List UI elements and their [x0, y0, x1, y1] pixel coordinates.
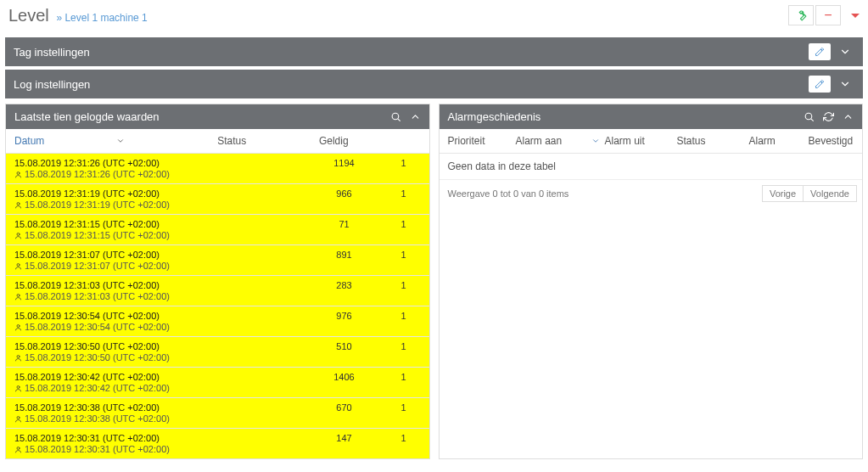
svg-point-12	[805, 113, 812, 120]
cell-datum: 15.08.2019 12:30:38 (UTC +02:00)15.08.20…	[6, 398, 277, 428]
remove-button[interactable]: −	[815, 5, 841, 25]
svg-point-8	[17, 355, 20, 357]
table-row[interactable]: 15.08.2019 12:30:42 (UTC +02:00)15.08.20…	[6, 368, 429, 398]
col-datum[interactable]: Datum	[14, 135, 116, 147]
timestamp-primary: 15.08.2019 12:30:50 (UTC +02:00)	[14, 341, 269, 351]
user-icon	[14, 171, 22, 178]
table-row[interactable]: 15.08.2019 12:30:50 (UTC +02:00)15.08.20…	[6, 337, 429, 368]
user-icon	[14, 262, 22, 270]
log-edit-button[interactable]	[809, 76, 831, 93]
search-icon	[804, 111, 815, 122]
user-icon	[14, 415, 22, 423]
alarm-title: Alarmgeschiedenis	[448, 110, 541, 123]
tag-edit-button[interactable]	[809, 43, 831, 60]
col-alarm[interactable]: Alarm	[749, 135, 809, 147]
tag-settings-bar[interactable]: Tag instellingen	[5, 37, 863, 66]
wrench-icon	[795, 9, 807, 21]
cell-datum: 15.08.2019 12:30:54 (UTC +02:00)15.08.20…	[6, 306, 277, 336]
logged-search-button[interactable]	[390, 111, 401, 122]
page-title: Level » Level 1 machine 1	[8, 6, 148, 25]
dropdown-caret-icon[interactable]	[851, 14, 860, 18]
timestamp-secondary: 15.08.2019 12:31:26 (UTC +02:00)	[14, 169, 269, 179]
logged-values-header: Laatste tien gelogde waarden	[6, 104, 429, 129]
cell-datum: 15.08.2019 12:30:50 (UTC +02:00)15.08.20…	[6, 337, 277, 367]
cell-status: 670	[311, 398, 378, 428]
pager-next-button[interactable]: Volgende	[803, 185, 857, 202]
logged-collapse-button[interactable]	[410, 111, 421, 122]
breadcrumb[interactable]: » Level 1 machine 1	[56, 12, 147, 24]
edit-icon	[815, 79, 825, 89]
timestamp-primary: 15.08.2019 12:30:54 (UTC +02:00)	[14, 311, 269, 321]
timestamp-primary: 15.08.2019 12:31:03 (UTC +02:00)	[14, 280, 269, 290]
cell-geldig: 1	[378, 429, 429, 458]
timestamp-primary: 15.08.2019 12:30:42 (UTC +02:00)	[14, 372, 269, 382]
alarm-footer: Weergave 0 tot 0 van 0 items VorigeVolge…	[440, 180, 863, 207]
table-row[interactable]: 15.08.2019 12:31:07 (UTC +02:00)15.08.20…	[6, 245, 429, 276]
user-icon	[14, 354, 22, 362]
table-row[interactable]: 15.08.2019 12:31:19 (UTC +02:00)15.08.20…	[6, 184, 429, 215]
cell-status: 71	[311, 215, 378, 244]
alarm-search-button[interactable]	[804, 111, 815, 122]
timestamp-secondary: 15.08.2019 12:30:54 (UTC +02:00)	[14, 322, 269, 332]
pager-prev-button[interactable]: Vorige	[762, 185, 804, 202]
col-prioriteit[interactable]: Prioriteit	[448, 135, 516, 147]
tag-collapse-button[interactable]	[836, 43, 854, 60]
cell-datum: 15.08.2019 12:31:19 (UTC +02:00)15.08.20…	[6, 184, 277, 214]
user-icon	[14, 293, 22, 301]
table-row[interactable]: 15.08.2019 12:31:26 (UTC +02:00)15.08.20…	[6, 154, 429, 184]
cell-status: 976	[311, 306, 378, 336]
col-status[interactable]: Status	[217, 135, 319, 147]
table-row[interactable]: 15.08.2019 12:30:31 (UTC +02:00)15.08.20…	[6, 429, 429, 458]
cell-datum: 15.08.2019 12:31:07 (UTC +02:00)15.08.20…	[6, 245, 277, 275]
svg-point-4	[17, 233, 20, 235]
title-text: Level	[8, 6, 49, 25]
col-bevestigd[interactable]: Bevestigd	[809, 135, 854, 147]
timestamp-primary: 15.08.2019 12:30:31 (UTC +02:00)	[14, 433, 269, 443]
sort-desc-icon	[591, 137, 600, 145]
table-row[interactable]: 15.08.2019 12:31:03 (UTC +02:00)15.08.20…	[6, 276, 429, 306]
settings-button[interactable]	[788, 5, 814, 25]
svg-point-0	[392, 113, 399, 120]
svg-point-2	[17, 171, 20, 174]
cell-datum: 15.08.2019 12:30:42 (UTC +02:00)15.08.20…	[6, 368, 277, 397]
cell-status: 510	[311, 337, 378, 367]
chevron-up-icon	[843, 111, 854, 122]
svg-point-10	[17, 416, 20, 419]
table-row[interactable]: 15.08.2019 12:31:15 (UTC +02:00)15.08.20…	[6, 215, 429, 245]
logged-rows: 15.08.2019 12:31:26 (UTC +02:00)15.08.20…	[6, 154, 429, 458]
cell-geldig: 1	[378, 276, 429, 306]
cell-status: 283	[311, 276, 378, 306]
timestamp-secondary: 15.08.2019 12:30:31 (UTC +02:00)	[14, 444, 269, 454]
timestamp-secondary: 15.08.2019 12:31:19 (UTC +02:00)	[14, 199, 269, 210]
col-geldig[interactable]: Geldig	[319, 135, 421, 147]
alarm-refresh-button[interactable]	[823, 111, 834, 122]
timestamp-secondary: 15.08.2019 12:31:07 (UTC +02:00)	[14, 261, 269, 271]
cell-status: 147	[311, 429, 378, 458]
svg-line-1	[398, 119, 400, 121]
svg-point-6	[17, 294, 20, 296]
logged-thead: Datum Status Geldig	[6, 129, 429, 154]
cell-status: 1406	[311, 368, 378, 397]
timestamp-secondary: 15.08.2019 12:30:50 (UTC +02:00)	[14, 352, 269, 362]
cell-geldig: 1	[378, 215, 429, 244]
alarm-header: Alarmgeschiedenis	[440, 104, 863, 129]
alarm-empty: Geen data in deze tabel	[440, 154, 863, 180]
cell-geldig: 1	[378, 398, 429, 428]
alarm-history-panel: Alarmgeschiedenis Prioriteit Alarm aan A…	[439, 104, 864, 459]
table-row[interactable]: 15.08.2019 12:30:38 (UTC +02:00)15.08.20…	[6, 398, 429, 429]
cell-geldig: 1	[378, 184, 429, 214]
col-alarm-status[interactable]: Status	[677, 135, 749, 147]
alarm-collapse-button[interactable]	[843, 111, 854, 122]
col-alarm-aan[interactable]: Alarm aan	[516, 135, 605, 147]
cell-geldig: 1	[378, 337, 429, 367]
timestamp-primary: 15.08.2019 12:31:26 (UTC +02:00)	[14, 158, 269, 168]
cell-geldig: 1	[378, 368, 429, 397]
minus-icon: −	[824, 8, 832, 22]
cell-datum: 15.08.2019 12:31:15 (UTC +02:00)15.08.20…	[6, 215, 277, 244]
log-collapse-button[interactable]	[836, 76, 854, 93]
svg-point-7	[17, 324, 20, 327]
cell-datum: 15.08.2019 12:30:31 (UTC +02:00)15.08.20…	[6, 429, 277, 458]
table-row[interactable]: 15.08.2019 12:30:54 (UTC +02:00)15.08.20…	[6, 306, 429, 337]
col-alarm-uit[interactable]: Alarm uit	[605, 135, 677, 147]
log-settings-bar[interactable]: Log instellingen	[5, 70, 863, 98]
